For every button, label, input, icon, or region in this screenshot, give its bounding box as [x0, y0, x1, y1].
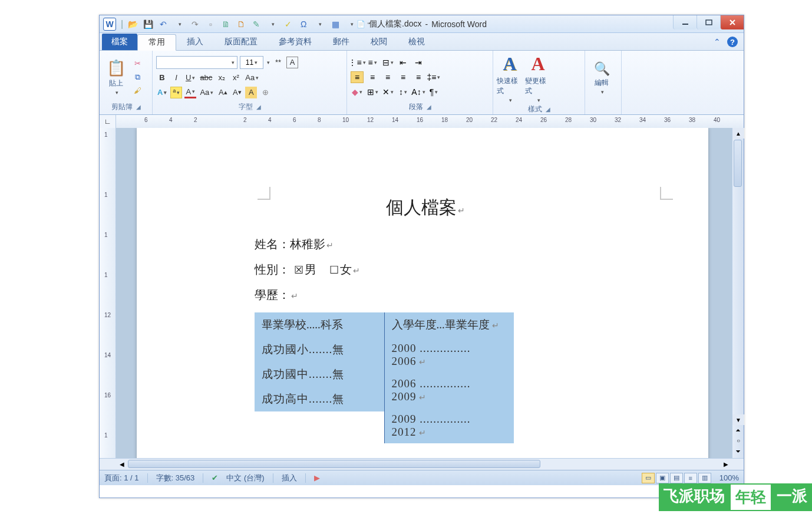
paste-button[interactable]: 📋 貼上 ▾ — [103, 53, 129, 101]
tab-selector[interactable]: ∟ — [100, 115, 116, 128]
browse-object-icon[interactable]: ○ — [732, 436, 744, 445]
outline-view-icon[interactable]: ≡ — [684, 473, 697, 483]
tab-mailings[interactable]: 郵件 — [322, 34, 360, 50]
shrink-font-button[interactable]: A▾ — [231, 87, 243, 98]
edu-row-3-right[interactable]: 2009 ............... 2012↵ — [385, 408, 514, 443]
line-spacing-button[interactable]: ‡≡▾ — [427, 71, 440, 83]
char-shading-button[interactable]: ⊕ — [259, 87, 271, 98]
superscript-button[interactable]: x² — [230, 72, 242, 84]
distribute-button[interactable]: ≡ — [412, 71, 425, 83]
qat-undo-dropdown[interactable]: ▾ — [174, 18, 186, 30]
qat-save-icon[interactable]: 💾 — [142, 18, 154, 30]
asian-layout1-button[interactable]: ↕▾ — [397, 86, 410, 98]
web-view-icon[interactable]: ▤ — [670, 473, 683, 483]
bullets-button[interactable]: ⋮≡▾ — [351, 57, 364, 68]
qat-undo-icon[interactable]: ↶ — [157, 18, 169, 30]
strikethrough-button[interactable]: abc — [199, 72, 213, 84]
align-right-button[interactable]: ≡ — [381, 71, 394, 83]
spell-check-icon[interactable]: ✔ — [212, 473, 218, 482]
scroll-left-icon[interactable]: ◀ — [116, 459, 128, 470]
tab-insert[interactable]: 插入 — [176, 34, 214, 50]
phonetic-guide-icon[interactable]: ** — [272, 57, 284, 68]
insert-mode[interactable]: 插入 — [282, 473, 297, 483]
text-effects-button[interactable]: A▾ — [156, 87, 168, 98]
edu-row-3-left[interactable]: 成功高中.......無 — [255, 387, 384, 411]
checkbox-male-icon[interactable]: ☒ — [294, 264, 303, 276]
scroll-right-icon[interactable]: ▶ — [720, 459, 732, 470]
paragraph-launcher-icon[interactable]: ◢ — [427, 104, 431, 110]
qat-paint-icon[interactable]: ✎ — [250, 18, 262, 30]
checkbox-female-icon[interactable]: ☐ — [329, 264, 339, 276]
font-color-button[interactable]: A▾ — [184, 87, 196, 98]
grow-font-button[interactable]: A▴ — [217, 87, 229, 98]
justify-button[interactable]: ≡ — [397, 71, 410, 83]
next-page-icon[interactable]: ⏷ — [732, 446, 744, 456]
borders-button[interactable]: ⊞▾ — [366, 86, 379, 98]
macro-icon[interactable]: ▶ — [314, 473, 320, 482]
hscroll-thumb[interactable] — [128, 460, 540, 468]
scroll-thumb[interactable] — [734, 140, 742, 187]
qat-preview-icon[interactable]: 🗋 — [235, 18, 247, 30]
gender-line[interactable]: 性別： ☒男 ☐女↵ — [255, 262, 620, 278]
close-button[interactable] — [720, 15, 744, 29]
sort-button[interactable]: ✕▾ — [381, 86, 394, 98]
help-icon[interactable]: ? — [727, 37, 738, 47]
document-page[interactable]: 個人檔案↵ 姓名：林稚影↵ 性別： ☒男 ☐女↵ 學歷：↵ 畢業學校.....科… — [137, 128, 708, 458]
edu-header-left[interactable]: 畢業學校.....科系 — [255, 312, 384, 337]
increase-indent-button[interactable]: ⇥ — [412, 57, 425, 68]
scroll-down-icon[interactable]: ▼ — [732, 414, 744, 425]
scroll-up-icon[interactable]: ▲ — [732, 128, 744, 139]
shading-button[interactable]: ◆▾ — [351, 86, 364, 98]
font-size-dd[interactable]: ▾ — [267, 60, 270, 65]
hscroll-track[interactable] — [128, 459, 720, 470]
quick-styles-button[interactable]: A 快速樣式 ▾ — [497, 53, 523, 103]
word-count[interactable]: 字數: 35/63 — [156, 473, 195, 483]
name-line[interactable]: 姓名：林稚影↵ — [255, 236, 620, 252]
vertical-ruler[interactable]: 11111214161 — [100, 128, 116, 458]
change-case-button[interactable]: Aa▾ — [244, 72, 260, 84]
horizontal-ruler[interactable]: 642246810121416182022242628303234363840 — [116, 115, 744, 128]
draft-view-icon[interactable]: ▥ — [698, 473, 711, 483]
tab-references[interactable]: 參考資料 — [268, 34, 322, 50]
font-launcher-icon[interactable]: ◢ — [256, 104, 261, 110]
tab-home[interactable]: 常用 — [137, 34, 176, 51]
format-painter-icon[interactable]: 🖌 — [131, 85, 143, 97]
find-replace-button[interactable]: 🔍 編輯 ▾ — [589, 53, 615, 103]
language-indicator[interactable]: 中文 (台灣) — [226, 473, 264, 483]
font-family-select[interactable]: ▾ — [156, 56, 237, 69]
char-border-icon[interactable]: A — [286, 57, 298, 68]
bold-button[interactable]: B — [156, 72, 168, 84]
enclose-char-button[interactable]: A — [245, 87, 257, 98]
ribbon-minimize-icon[interactable]: ⌃ — [712, 37, 722, 47]
tab-review[interactable]: 校閱 — [360, 34, 398, 50]
char-scale-button[interactable]: Aa▾ — [199, 87, 214, 98]
decrease-indent-button[interactable]: ⇤ — [397, 57, 410, 68]
copy-icon[interactable]: ⧉ — [131, 71, 143, 83]
styles-launcher-icon[interactable]: ◢ — [546, 106, 550, 113]
prev-page-icon[interactable]: ⏶ — [732, 425, 744, 434]
qat-redo-icon[interactable]: ↷ — [189, 18, 201, 30]
qat-open-icon[interactable]: 📂 — [127, 18, 138, 30]
edu-row-1-left[interactable]: 成功國小.......無 — [255, 337, 384, 362]
page-indicator[interactable]: 頁面: 1 / 1 — [104, 473, 139, 483]
file-tab[interactable]: 檔案 — [102, 34, 137, 50]
fullscreen-view-icon[interactable]: ▣ — [656, 473, 669, 483]
education-table[interactable]: 畢業學校.....科系 成功國小.......無 成功國中.......無 成功… — [255, 312, 514, 443]
asian-layout2-button[interactable]: A↕▾ — [412, 86, 425, 98]
doc-title[interactable]: 個人檔案↵ — [231, 196, 620, 220]
qat-print-icon[interactable]: 🗎 — [220, 18, 232, 30]
print-layout-view-icon[interactable]: ▭ — [642, 473, 655, 483]
edu-header-right[interactable]: 入學年度...畢業年度↵ — [385, 312, 514, 337]
cut-icon[interactable]: ✂ — [131, 58, 143, 70]
tab-layout[interactable]: 版面配置 — [214, 34, 268, 50]
edu-row-1-right[interactable]: 2000 ............... 2006↵ — [385, 337, 514, 373]
qat-new-icon[interactable]: ▫ — [204, 18, 216, 30]
subscript-button[interactable]: x₂ — [216, 72, 227, 84]
numbering-button[interactable]: ≡▾ — [366, 57, 379, 68]
minimize-button[interactable] — [673, 15, 697, 29]
qat-highlight-icon[interactable]: ✓ — [282, 18, 294, 30]
underline-button[interactable]: U▾ — [184, 72, 196, 84]
qat-omega-icon[interactable]: Ω — [298, 18, 309, 30]
education-line[interactable]: 學歷：↵ — [255, 287, 620, 303]
align-center-button[interactable]: ≡ — [366, 71, 379, 83]
